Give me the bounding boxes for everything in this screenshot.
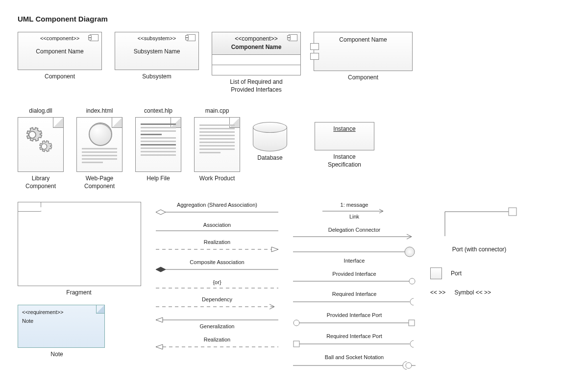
list-caption: List of Required and Provided Interfaces xyxy=(230,78,282,94)
list-icon xyxy=(289,34,297,41)
db-cell: Database xyxy=(253,107,287,162)
web-caption: Web-Page Component xyxy=(84,175,115,190)
port-comp-caption: Component xyxy=(348,74,378,82)
delegation: Delegation Connector xyxy=(293,227,416,240)
subsystem-caption: Subsystem xyxy=(142,73,171,81)
port-comp-box: Component Name xyxy=(314,32,413,71)
dependency: Dependency xyxy=(156,296,278,310)
lib-filename: dialog.dll xyxy=(29,107,52,114)
component-name: Component Name xyxy=(36,48,83,55)
interface: Interface xyxy=(293,246,416,265)
provided: Provided Interface xyxy=(293,271,416,285)
port-comp-cell: Component Name Component xyxy=(314,32,413,82)
generalization: Generalization xyxy=(156,316,278,330)
left-connectors: Aggregation (Shared Association) Associa… xyxy=(156,202,278,350)
svg-rect-28 xyxy=(409,320,415,326)
help-caption: Help File xyxy=(147,175,170,183)
association-label: Association xyxy=(156,222,278,228)
port-conn-label: Port (with connector) xyxy=(430,246,528,253)
link: 1: message Link xyxy=(293,202,416,220)
inst-cell: Instance Instance Specification xyxy=(315,107,374,169)
work-filename: main.cpp xyxy=(205,107,229,114)
aggregation: Aggregation (Shared Association) xyxy=(156,202,278,216)
link-label: Link xyxy=(293,214,416,219)
web-cell: index.html Web-Page Component xyxy=(76,107,122,190)
globe-icon xyxy=(89,122,112,146)
provided-port: Provided Interface Port xyxy=(293,312,416,327)
help-cell: context.hlp Help File xyxy=(135,107,181,183)
symbol-left: << >> xyxy=(430,289,445,296)
composite-label: Composite Association xyxy=(156,259,278,265)
inst-caption: Instance Specification xyxy=(328,153,361,169)
list-name: Component Name xyxy=(216,44,296,50)
note-box: <<requirement>> Note xyxy=(18,305,105,348)
svg-line-16 xyxy=(379,209,383,211)
required-label: Required Interface xyxy=(293,291,416,297)
svg-point-24 xyxy=(409,278,415,284)
row-2: dialog.dll Library Component index.html … xyxy=(18,107,573,190)
component-icon xyxy=(90,34,98,41)
or-label: {or} xyxy=(156,279,278,285)
component-caption: Component xyxy=(45,73,75,81)
subsystem-icon xyxy=(187,34,196,41)
port-with-connector xyxy=(430,202,518,246)
fragment-tag xyxy=(18,202,41,212)
ballsocket: Ball and Socket Notation xyxy=(293,354,416,370)
help-filename: context.hlp xyxy=(144,107,172,114)
help-file xyxy=(135,117,181,172)
work-cell: main.cpp Work Product xyxy=(194,107,240,183)
port-comp-name: Component Name xyxy=(339,36,387,43)
required: Required Interface xyxy=(293,291,416,306)
port-2 xyxy=(310,53,319,60)
dependency-label: Dependency xyxy=(156,296,278,302)
svg-line-17 xyxy=(379,211,383,213)
symbol-right: Symbol << >> xyxy=(454,289,491,296)
component-stereo: <<component>> xyxy=(40,35,79,41)
fragment-caption: Fragment xyxy=(18,289,140,297)
svg-point-22 xyxy=(405,247,415,257)
fragment-box xyxy=(18,202,141,286)
instance-box: Instance xyxy=(315,122,374,150)
svg-marker-13 xyxy=(156,344,163,349)
lib-cell: dialog.dll Library Component xyxy=(18,107,64,190)
note-caption: Note xyxy=(18,351,96,359)
svg-marker-5 xyxy=(156,267,166,272)
work-caption: Work Product xyxy=(199,175,235,183)
svg-line-19 xyxy=(407,234,412,237)
web-file xyxy=(76,117,122,172)
realization-2: Realization xyxy=(156,337,278,350)
aggregation-label: Aggregation (Shared Association) xyxy=(156,202,278,208)
provided-port-label: Provided Interface Port xyxy=(293,312,416,318)
subsystem-box: <<subsystem>> Subsystem Name xyxy=(115,32,199,70)
row-1: <<component>> Component Name Component <… xyxy=(18,32,573,94)
left-misc: Fragment <<requirement>> Note Note xyxy=(18,202,141,358)
required-port-label: Required Interface Port xyxy=(293,333,416,339)
port-1 xyxy=(310,43,319,50)
delegation-label: Delegation Connector xyxy=(293,227,416,233)
realization: Realization xyxy=(156,239,278,253)
right-connectors: 1: message Link Delegation Connector Int… xyxy=(293,202,416,370)
work-file xyxy=(194,117,240,172)
provided-label: Provided Interface xyxy=(293,271,416,277)
svg-rect-36 xyxy=(509,208,516,216)
list-stereo: <<component>> xyxy=(216,35,296,42)
svg-point-32 xyxy=(406,363,412,368)
link-msg: 1: message xyxy=(293,202,416,208)
realization-label: Realization xyxy=(156,239,278,245)
instance-name: Instance xyxy=(333,125,355,132)
svg-line-20 xyxy=(407,237,412,239)
association: Association xyxy=(156,222,278,233)
list-cell: <<component>> Component Name List of Req… xyxy=(212,32,301,94)
port-icon xyxy=(430,267,442,279)
component-box: <<component>> Component Name xyxy=(18,32,102,70)
svg-marker-0 xyxy=(156,210,166,215)
realization2-label: Realization xyxy=(156,337,278,342)
web-filename: index.html xyxy=(86,107,113,114)
subsystem-cell: <<subsystem>> Subsystem Name Subsystem xyxy=(115,32,199,81)
list-box: <<component>> Component Name xyxy=(212,32,301,75)
subsystem-name: Subsystem Name xyxy=(134,48,180,55)
generalization-label: Generalization xyxy=(156,323,278,329)
database-icon xyxy=(253,122,287,151)
port-label: Port xyxy=(451,270,462,277)
svg-point-26 xyxy=(294,320,299,326)
